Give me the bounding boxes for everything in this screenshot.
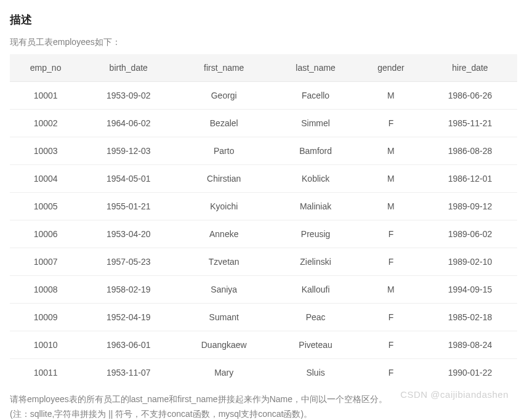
table-cell: Parto — [175, 137, 272, 165]
table-cell: Kyoichi — [175, 193, 272, 220]
table-row: 100081958-02-19SaniyaKalloufiM1994-09-15 — [10, 276, 517, 304]
table-row: 100031959-12-03PartoBamfordM1986-08-28 — [10, 137, 517, 165]
table-cell: F — [359, 248, 423, 276]
table-cell: 1985-02-18 — [423, 304, 517, 331]
description-line-1: 请将employees表的所有员工的last_name和first_name拼接… — [10, 392, 517, 407]
table-cell: Bezalel — [175, 110, 272, 137]
table-cell: Chirstian — [175, 165, 272, 193]
table-cell: Koblick — [272, 165, 359, 193]
table-cell: Preusig — [272, 220, 359, 248]
table-cell: M — [359, 193, 423, 220]
column-header: emp_no — [10, 54, 81, 82]
table-cell: Tzvetan — [175, 248, 272, 276]
table-cell: 1986-06-26 — [423, 82, 517, 110]
table-row: 100021964-06-02BezalelSimmelF1985-11-21 — [10, 110, 517, 137]
table-cell: 1986-08-28 — [423, 137, 517, 165]
table-row: 100061953-04-20AnnekePreusigF1989-06-02 — [10, 220, 517, 248]
column-header: hire_date — [423, 54, 517, 82]
table-cell: Zielinski — [272, 248, 359, 276]
table-cell: 10004 — [10, 165, 81, 193]
table-cell: 1986-12-01 — [423, 165, 517, 193]
table-cell: 1953-09-02 — [81, 82, 175, 110]
table-cell: 10010 — [10, 331, 81, 359]
table-cell: Simmel — [272, 110, 359, 137]
table-row: 100041954-05-01ChirstianKoblickM1986-12-… — [10, 165, 517, 193]
table-cell: Mary — [175, 359, 272, 387]
table-cell: 10008 — [10, 276, 81, 304]
table-cell: F — [359, 110, 423, 137]
table-cell: Maliniak — [272, 193, 359, 220]
table-cell: 1959-12-03 — [81, 137, 175, 165]
table-cell: 1955-01-21 — [81, 193, 175, 220]
table-cell: M — [359, 82, 423, 110]
table-row: 100091952-04-19SumantPeacF1985-02-18 — [10, 304, 517, 331]
problem-description: 请将employees表的所有员工的last_name和first_name拼接… — [10, 392, 517, 420]
table-cell: Anneke — [175, 220, 272, 248]
table-cell: Bamford — [272, 137, 359, 165]
description-line-2: (注：sqllite,字符串拼接为 || 符号，不支持concat函数，mysq… — [10, 407, 517, 420]
table-row: 100111953-11-07MarySluisF1990-01-22 — [10, 359, 517, 387]
table-cell: 1990-01-22 — [423, 359, 517, 387]
table-cell: 10003 — [10, 137, 81, 165]
table-cell: Facello — [272, 82, 359, 110]
table-cell: 10002 — [10, 110, 81, 137]
section-heading: 描述 — [10, 12, 517, 27]
table-cell: Sumant — [175, 304, 272, 331]
table-cell: Duangkaew — [175, 331, 272, 359]
table-cell: M — [359, 137, 423, 165]
table-cell: 1964-06-02 — [81, 110, 175, 137]
table-cell: F — [359, 331, 423, 359]
column-header: gender — [359, 54, 423, 82]
table-cell: 1985-11-21 — [423, 110, 517, 137]
table-row: 100011953-09-02GeorgiFacelloM1986-06-26 — [10, 82, 517, 110]
column-header: first_name — [175, 54, 272, 82]
table-cell: Peac — [272, 304, 359, 331]
table-cell: Saniya — [175, 276, 272, 304]
table-cell: 10011 — [10, 359, 81, 387]
table-cell: M — [359, 276, 423, 304]
column-header: last_name — [272, 54, 359, 82]
table-row: 100071957-05-23TzvetanZielinskiF1989-02-… — [10, 248, 517, 276]
table-cell: Kalloufi — [272, 276, 359, 304]
table-cell: 1957-05-23 — [81, 248, 175, 276]
table-cell: 1953-11-07 — [81, 359, 175, 387]
table-cell: 1989-09-12 — [423, 193, 517, 220]
table-cell: 1958-02-19 — [81, 276, 175, 304]
table-cell: 1989-02-10 — [423, 248, 517, 276]
table-row: 100051955-01-21KyoichiMaliniakM1989-09-1… — [10, 193, 517, 220]
table-cell: Georgi — [175, 82, 272, 110]
table-cell: M — [359, 165, 423, 193]
table-cell: 1953-04-20 — [81, 220, 175, 248]
table-cell: Piveteau — [272, 331, 359, 359]
table-header-row: emp_nobirth_datefirst_namelast_namegende… — [10, 54, 517, 82]
table-cell: Sluis — [272, 359, 359, 387]
table-cell: F — [359, 304, 423, 331]
table-cell: 1989-06-02 — [423, 220, 517, 248]
table-cell: F — [359, 359, 423, 387]
table-cell: 1954-05-01 — [81, 165, 175, 193]
table-cell: 1994-09-15 — [423, 276, 517, 304]
column-header: birth_date — [81, 54, 175, 82]
table-cell: 10001 — [10, 82, 81, 110]
table-cell: 10007 — [10, 248, 81, 276]
table-row: 100101963-06-01DuangkaewPiveteauF1989-08… — [10, 331, 517, 359]
table-cell: F — [359, 220, 423, 248]
table-cell: 10009 — [10, 304, 81, 331]
table-cell: 10005 — [10, 193, 81, 220]
table-cell: 10006 — [10, 220, 81, 248]
table-cell: 1963-06-01 — [81, 331, 175, 359]
employees-table: emp_nobirth_datefirst_namelast_namegende… — [10, 54, 517, 386]
table-cell: 1989-08-24 — [423, 331, 517, 359]
intro-text: 现有员工表employees如下： — [10, 37, 517, 48]
table-cell: 1952-04-19 — [81, 304, 175, 331]
